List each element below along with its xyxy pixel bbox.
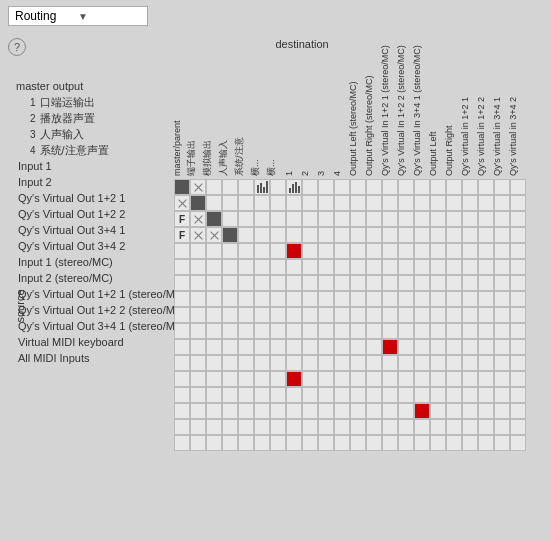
- grid-cell[interactable]: [286, 323, 302, 339]
- grid-cell[interactable]: [302, 419, 318, 435]
- grid-cell[interactable]: [302, 371, 318, 387]
- grid-cell[interactable]: [238, 243, 254, 259]
- grid-cell[interactable]: [190, 339, 206, 355]
- grid-cell[interactable]: [510, 179, 526, 195]
- grid-cell[interactable]: [190, 403, 206, 419]
- grid-cell[interactable]: [414, 419, 430, 435]
- grid-cell[interactable]: [286, 435, 302, 451]
- grid-cell[interactable]: [510, 403, 526, 419]
- grid-cell[interactable]: [366, 243, 382, 259]
- grid-cell[interactable]: [238, 259, 254, 275]
- grid-cell[interactable]: [254, 387, 270, 403]
- grid-cell[interactable]: [350, 339, 366, 355]
- grid-cell[interactable]: [270, 243, 286, 259]
- grid-cell[interactable]: [270, 435, 286, 451]
- grid-cell[interactable]: [414, 403, 430, 419]
- grid-cell[interactable]: [382, 243, 398, 259]
- grid-cell[interactable]: [366, 307, 382, 323]
- grid-cell[interactable]: [494, 275, 510, 291]
- grid-cell[interactable]: [446, 323, 462, 339]
- grid-cell[interactable]: [334, 227, 350, 243]
- grid-cell[interactable]: [430, 259, 446, 275]
- grid-cell[interactable]: [238, 435, 254, 451]
- grid-cell[interactable]: [206, 195, 222, 211]
- grid-cell[interactable]: [190, 291, 206, 307]
- grid-cell[interactable]: [270, 211, 286, 227]
- grid-cell[interactable]: [190, 243, 206, 259]
- grid-cell[interactable]: [286, 355, 302, 371]
- grid-cell[interactable]: [270, 371, 286, 387]
- grid-cell[interactable]: [334, 339, 350, 355]
- grid-cell[interactable]: [286, 179, 302, 195]
- grid-cell[interactable]: [254, 435, 270, 451]
- help-icon[interactable]: ?: [8, 38, 26, 56]
- grid-cell[interactable]: [462, 403, 478, 419]
- grid-cell[interactable]: [318, 275, 334, 291]
- grid-cell[interactable]: [478, 275, 494, 291]
- grid-cell[interactable]: [398, 419, 414, 435]
- grid-cell[interactable]: [446, 387, 462, 403]
- grid-cell[interactable]: [190, 435, 206, 451]
- grid-cell[interactable]: [286, 291, 302, 307]
- grid-cell[interactable]: [318, 403, 334, 419]
- grid-cell[interactable]: [302, 435, 318, 451]
- grid-cell[interactable]: [350, 419, 366, 435]
- grid-cell[interactable]: [270, 403, 286, 419]
- grid-cell[interactable]: [174, 179, 190, 195]
- grid-cell[interactable]: [302, 387, 318, 403]
- grid-cell[interactable]: [446, 275, 462, 291]
- grid-cell[interactable]: [366, 387, 382, 403]
- grid-cell[interactable]: [510, 307, 526, 323]
- grid-cell[interactable]: [206, 227, 222, 243]
- grid-cell[interactable]: [222, 291, 238, 307]
- grid-cell[interactable]: [350, 275, 366, 291]
- grid-cell[interactable]: [350, 227, 366, 243]
- grid-cell[interactable]: [414, 323, 430, 339]
- grid-cell[interactable]: [382, 307, 398, 323]
- grid-cell[interactable]: [174, 307, 190, 323]
- grid-cell[interactable]: [382, 179, 398, 195]
- grid-cell[interactable]: [446, 259, 462, 275]
- grid-cell[interactable]: [398, 371, 414, 387]
- grid-cell[interactable]: [318, 387, 334, 403]
- grid-cell[interactable]: [254, 323, 270, 339]
- grid-cell[interactable]: [430, 179, 446, 195]
- grid-cell[interactable]: [222, 179, 238, 195]
- grid-cell[interactable]: [430, 291, 446, 307]
- grid-cell[interactable]: [174, 419, 190, 435]
- grid-cell[interactable]: [318, 227, 334, 243]
- grid-cell[interactable]: [510, 195, 526, 211]
- grid-cell[interactable]: [334, 195, 350, 211]
- grid-cell[interactable]: [478, 227, 494, 243]
- grid-cell[interactable]: [398, 403, 414, 419]
- grid-cell[interactable]: [414, 371, 430, 387]
- grid-cell[interactable]: [414, 387, 430, 403]
- grid-cell[interactable]: [190, 387, 206, 403]
- grid-cell[interactable]: [302, 307, 318, 323]
- grid-cell[interactable]: [446, 211, 462, 227]
- grid-cell[interactable]: [398, 355, 414, 371]
- grid-cell[interactable]: [350, 355, 366, 371]
- grid-cell[interactable]: [190, 195, 206, 211]
- grid-cell[interactable]: [510, 227, 526, 243]
- grid-cell[interactable]: [446, 371, 462, 387]
- grid-cell[interactable]: [334, 275, 350, 291]
- grid-cell[interactable]: [254, 403, 270, 419]
- grid-cell[interactable]: [462, 435, 478, 451]
- grid-cell[interactable]: [430, 307, 446, 323]
- grid-cell[interactable]: [510, 419, 526, 435]
- grid-cell[interactable]: [446, 227, 462, 243]
- grid-cell[interactable]: [494, 211, 510, 227]
- grid-cell[interactable]: [190, 275, 206, 291]
- grid-cell[interactable]: [414, 243, 430, 259]
- grid-cell[interactable]: [334, 355, 350, 371]
- grid-cell[interactable]: [350, 371, 366, 387]
- grid-cell[interactable]: [350, 195, 366, 211]
- grid-cell[interactable]: [414, 211, 430, 227]
- grid-cell[interactable]: [478, 243, 494, 259]
- grid-cell[interactable]: [462, 355, 478, 371]
- grid-cell[interactable]: [270, 227, 286, 243]
- grid-cell[interactable]: [254, 259, 270, 275]
- grid-cell[interactable]: [318, 291, 334, 307]
- grid-cell[interactable]: [494, 227, 510, 243]
